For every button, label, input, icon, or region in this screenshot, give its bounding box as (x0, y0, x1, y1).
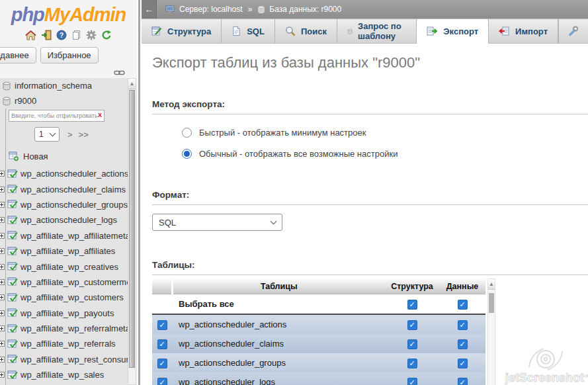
row-data-checkbox[interactable] (458, 339, 468, 349)
scroll-up-icon[interactable] (128, 79, 136, 89)
next-page-link[interactable]: > (67, 130, 73, 140)
option-label: Быстрый - отображать минимум настроек (199, 128, 366, 138)
sidebar-table-item[interactable]: wp_affiliate_wp_affiliatemeta (0, 228, 128, 243)
expand-icon[interactable] (0, 355, 5, 364)
tab-export[interactable]: Экспорт (417, 19, 489, 44)
select-column-header (152, 278, 172, 294)
breadcrumb-server[interactable]: Сервер: localhost (179, 5, 243, 14)
table-name: wp_affiliate_wp_referrals (21, 339, 116, 349)
expand-icon[interactable] (0, 277, 5, 287)
row-structure-checkbox[interactable] (407, 378, 417, 385)
sidebar-table-item[interactable]: wp_affiliate_wp_sales (0, 367, 128, 382)
new-table-item[interactable]: Новая (0, 148, 128, 164)
expand-icon[interactable] (0, 215, 5, 225)
phpmyadmin-logo[interactable]: phpMyAdmin (0, 0, 137, 26)
expand-icon[interactable] (0, 292, 5, 302)
sidebar-table-item[interactable]: wp_affiliate_wp_rest_consumers (0, 352, 128, 367)
home-icon[interactable] (25, 30, 36, 40)
last-page-link[interactable]: >> (79, 130, 89, 140)
sidebar-table-item[interactable]: wp_affiliate_wp_affiliates (0, 243, 128, 259)
docs-icon[interactable] (71, 30, 81, 40)
scrollbar-thumb[interactable] (489, 293, 494, 313)
watermark-swirl-icon (525, 343, 566, 375)
sidebar-table-item[interactable]: wp_actionscheduler_groups (0, 197, 128, 212)
sidebar-table-item[interactable]: wp_affiliate_wp_visits (0, 382, 128, 385)
expand-icon[interactable] (0, 323, 5, 333)
table-name: wp_affiliate_wp_payouts (21, 308, 114, 318)
tab-search[interactable]: Поиск (275, 19, 337, 44)
table-icon (7, 169, 18, 179)
breadcrumb: Сервер: localhost » База данных: r9000 (165, 5, 341, 14)
export-method-option[interactable]: Обычный - отображать все возможные настр… (182, 149, 588, 159)
sidebar-item-r9000[interactable]: r9000 (0, 93, 128, 108)
tab-structure[interactable]: Структура (142, 19, 222, 44)
sidebar-table-item[interactable]: wp_actionscheduler_logs (0, 212, 128, 228)
table-name: wp_actionscheduler_claims (21, 185, 126, 194)
panel-divider[interactable] (137, 0, 142, 385)
refresh-icon[interactable] (101, 30, 112, 40)
row-data-checkbox[interactable] (458, 320, 468, 330)
sql-file-icon (231, 26, 241, 36)
expand-icon[interactable] (0, 246, 5, 256)
row-select-checkbox[interactable] (157, 320, 167, 330)
tab-extra-tools[interactable] (558, 19, 588, 44)
expand-icon[interactable] (0, 339, 5, 349)
logout-icon[interactable] (41, 30, 52, 40)
clear-filter-button[interactable]: X (98, 112, 102, 118)
favorites-tab[interactable]: Избранное (40, 47, 99, 64)
tab-sql[interactable]: SQL (222, 19, 275, 44)
import-icon (499, 26, 510, 36)
row-structure-checkbox[interactable] (407, 359, 417, 368)
sidebar-table-item[interactable]: wp_affiliate_wp_referrals (0, 336, 128, 351)
select-all-structure-checkbox[interactable] (407, 300, 417, 310)
format-selected-value: SQL (159, 218, 176, 228)
radio-button[interactable] (182, 149, 192, 159)
filter-tables-input[interactable]: Введите, чтобы отфильтровать (9, 110, 105, 122)
help-icon[interactable]: ? (56, 30, 67, 40)
tab-label: Поиск (301, 26, 327, 36)
export-page: Экспорт таблиц из базы данных "r9000" Ме… (142, 54, 588, 385)
settings-gear-icon[interactable] (86, 30, 97, 40)
scrollbar-thumb[interactable] (129, 90, 135, 368)
expand-icon[interactable] (0, 308, 5, 318)
row-structure-checkbox[interactable] (407, 339, 417, 349)
tab-import[interactable]: Импорт (489, 19, 558, 44)
link-panels-icon[interactable] (114, 67, 125, 79)
radio-button[interactable] (182, 128, 192, 138)
export-method-legend: Метод экспорта: (152, 99, 588, 114)
export-method-option[interactable]: Быстрый - отображать минимум настроек (182, 128, 588, 138)
expand-icon[interactable] (0, 185, 5, 194)
sidebar-table-item[interactable]: wp_affiliate_wp_creatives (0, 259, 128, 274)
row-select-checkbox[interactable] (157, 339, 167, 349)
expand-icon[interactable] (0, 370, 5, 380)
expand-icon[interactable] (0, 200, 5, 210)
recent-tab[interactable]: Недавнее (0, 47, 36, 64)
row-data-checkbox[interactable] (458, 359, 468, 368)
sidebar-table-item[interactable]: wp_affiliate_wp_referralmeta (0, 321, 128, 336)
sidebar-item-information-schema[interactable]: information_schema (0, 78, 128, 93)
collapse-navigation-button[interactable]: ← (142, 0, 157, 19)
new-table-label: Новая (23, 151, 48, 161)
expand-icon[interactable] (0, 169, 5, 179)
sidebar-scrollbar[interactable] (128, 78, 136, 385)
sidebar-table-item[interactable]: wp_actionscheduler_actions (0, 166, 128, 181)
format-select[interactable]: SQL (152, 214, 282, 231)
sidebar-table-item[interactable]: wp_affiliate_wp_customermeta (0, 275, 128, 290)
select-all-data-checkbox[interactable] (458, 300, 468, 310)
sidebar-table-item[interactable]: wp_actionscheduler_claims (0, 181, 128, 196)
tables-scrollbar[interactable] (487, 278, 495, 385)
row-data-checkbox[interactable] (458, 378, 468, 385)
expand-icon[interactable] (0, 231, 5, 241)
sidebar-table-item[interactable]: wp_affiliate_wp_customers (0, 290, 128, 305)
table-icon (7, 185, 18, 194)
page-number-select[interactable]: 1 (34, 127, 60, 142)
table-icon (7, 216, 18, 225)
row-structure-checkbox[interactable] (407, 320, 417, 330)
sidebar-table-item[interactable]: wp_affiliate_wp_payouts (0, 306, 128, 321)
tab-query-by-example[interactable]: Запрос по шаблону (337, 19, 417, 44)
breadcrumb-database[interactable]: База данных: r9000 (269, 5, 341, 14)
scroll-up-icon[interactable] (488, 279, 495, 290)
expand-icon[interactable] (0, 262, 5, 272)
row-select-checkbox[interactable] (157, 359, 167, 368)
row-select-checkbox[interactable] (157, 378, 167, 385)
